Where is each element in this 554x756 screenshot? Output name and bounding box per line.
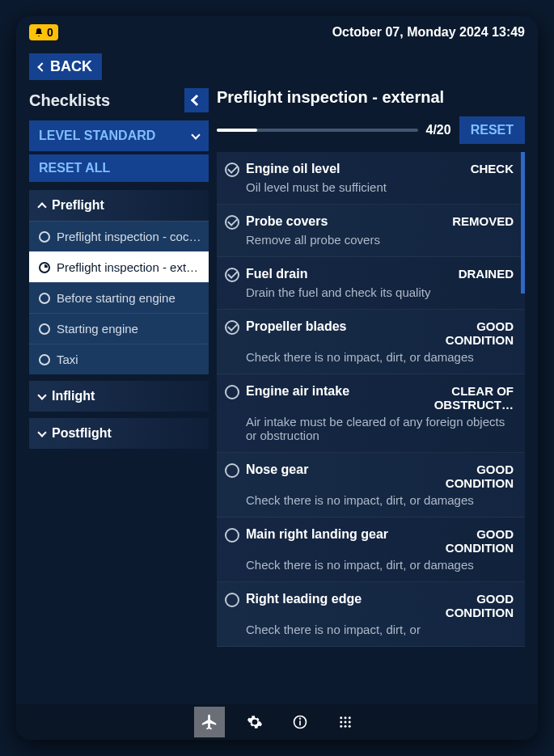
check-item-name: Nose gear [246, 462, 410, 477]
group-name: Postflight [52, 426, 112, 441]
check-item[interactable]: Main right landing gearGOOD CONDITIONChe… [217, 517, 525, 582]
checklist-item-label: Taxi [57, 353, 78, 366]
svg-point-6 [340, 721, 342, 724]
toolbar-info-button[interactable] [285, 707, 315, 737]
check-item-desc: Check there is no impact, dirt, or [246, 623, 514, 636]
check-item-name: Fuel drain [246, 267, 452, 281]
check-item-name: Probe covers [246, 214, 446, 229]
check-item[interactable]: Nose gearGOOD CONDITIONCheck there is no… [217, 453, 525, 517]
check-item-name: Engine air intake [246, 384, 410, 399]
reset-all-label: RESET ALL [39, 161, 110, 175]
check-item-desc: Oil level must be sufficient [246, 180, 514, 194]
check-circle-icon [225, 528, 239, 543]
toolbar-settings-button[interactable] [239, 707, 270, 737]
checklist-item[interactable]: Preflight inspection - ext… [29, 251, 209, 282]
radio-empty-icon [39, 293, 50, 304]
reset-button[interactable]: RESET [459, 116, 525, 144]
check-item-value: REMOVED [452, 214, 514, 228]
svg-point-9 [340, 725, 342, 728]
level-selector[interactable]: LEVEL STANDARD [29, 120, 209, 151]
check-item-desc: Remove all probe covers [246, 233, 514, 247]
checklist-item-label: Before starting engine [57, 291, 176, 305]
checklist-item[interactable]: Taxi [29, 344, 209, 374]
check-item-value: GOOD CONDITION [417, 592, 514, 619]
progress-bar [217, 129, 418, 132]
check-item[interactable]: Engine air intakeCLEAR OF OBSTRUCT…Air i… [217, 374, 525, 453]
check-item-desc: Drain the fuel and check its quality [246, 285, 514, 299]
check-circle-checked-icon [225, 268, 239, 282]
chevron-up-icon [37, 202, 46, 211]
check-item[interactable]: Right leading edgeGOOD CONDITIONCheck th… [217, 582, 525, 647]
check-item-value: GOOD CONDITION [417, 319, 514, 347]
check-item-name: Right leading edge [246, 592, 410, 606]
svg-point-10 [344, 725, 346, 728]
checklist-title: Preflight inspection - external [217, 88, 525, 107]
check-item-desc: Check there is no impact, dirt, or damag… [246, 558, 514, 572]
toolbar-plane-button[interactable] [194, 707, 225, 737]
check-circle-checked-icon [225, 215, 239, 230]
check-item-name: Engine oil level [246, 162, 464, 176]
chevron-down-icon [37, 428, 46, 437]
sidebar-title: Checklists [29, 91, 110, 110]
progress-count: 4/20 [426, 123, 451, 137]
checklist-item-label: Starting engine [57, 322, 138, 336]
check-item-value: CHECK [471, 162, 514, 175]
check-item-desc: Check there is no impact, dirt, or damag… [246, 350, 514, 364]
svg-point-2 [299, 718, 300, 719]
check-circle-checked-icon [225, 320, 239, 335]
check-circle-icon [225, 593, 239, 607]
bottom-toolbar [16, 704, 538, 740]
info-icon [292, 714, 308, 730]
toolbar-apps-button[interactable] [330, 707, 361, 737]
group-header-preflight[interactable]: Preflight [29, 190, 209, 221]
chevron-left-icon [191, 95, 202, 106]
checklist-item[interactable]: Starting engine [29, 313, 209, 344]
group-header-postflight[interactable]: Postflight [29, 418, 209, 449]
check-item-value: GOOD CONDITION [417, 527, 514, 555]
check-item-value: CLEAR OF OBSTRUCT… [417, 384, 514, 412]
alert-badge[interactable]: 0 [29, 24, 58, 40]
radio-empty-icon [39, 323, 50, 335]
status-datetime: October 07, Monday 2024 13:49 [332, 25, 525, 40]
chevron-down-icon [37, 391, 46, 399]
scrollbar[interactable] [521, 152, 525, 294]
radio-partial-icon [39, 262, 50, 273]
check-item[interactable]: Propeller bladesGOOD CONDITIONCheck ther… [217, 310, 525, 374]
level-label: LEVEL STANDARD [39, 129, 155, 143]
group-name: Preflight [52, 198, 104, 213]
check-item[interactable]: Engine oil levelCHECKOil level must be s… [217, 152, 525, 205]
checklist-item-label: Preflight inspection - coc… [57, 230, 201, 243]
svg-point-5 [348, 716, 350, 719]
back-button[interactable]: BACK [29, 53, 102, 80]
svg-point-7 [344, 721, 346, 724]
chevron-left-icon [37, 62, 46, 71]
check-item[interactable]: Probe coversREMOVEDRemove all probe cove… [217, 205, 525, 257]
radio-empty-icon [39, 231, 50, 243]
plane-icon [201, 713, 218, 731]
grid-icon [338, 715, 353, 729]
svg-point-11 [348, 725, 350, 728]
svg-point-3 [340, 716, 342, 719]
chevron-down-icon [191, 130, 200, 139]
check-circle-checked-icon [225, 163, 239, 177]
check-item-value: DRAINED [459, 267, 514, 281]
group-header-inflight[interactable]: Inflight [29, 381, 209, 412]
check-item-name: Main right landing gear [246, 527, 410, 542]
reset-all-button[interactable]: RESET ALL [29, 154, 209, 182]
check-item-desc: Air intake must be cleared of any foreig… [246, 415, 514, 442]
alert-count: 0 [47, 26, 53, 39]
check-item-desc: Check there is no impact, dirt, or damag… [246, 493, 514, 507]
group-name: Inflight [52, 389, 95, 403]
check-item-name: Propeller blades [246, 319, 410, 334]
sidebar-collapse-button[interactable] [184, 88, 209, 112]
checklist-item-label: Preflight inspection - ext… [57, 260, 198, 274]
check-item[interactable]: Fuel drainDRAINEDDrain the fuel and chec… [217, 257, 525, 310]
checklist-item[interactable]: Preflight inspection - coc… [29, 221, 209, 251]
check-circle-icon [225, 463, 239, 478]
checklist-item[interactable]: Before starting engine [29, 282, 209, 313]
check-item-value: GOOD CONDITION [417, 462, 514, 490]
svg-point-8 [348, 721, 350, 724]
bell-icon [34, 27, 44, 37]
svg-point-4 [344, 716, 346, 719]
gear-icon [247, 714, 263, 730]
